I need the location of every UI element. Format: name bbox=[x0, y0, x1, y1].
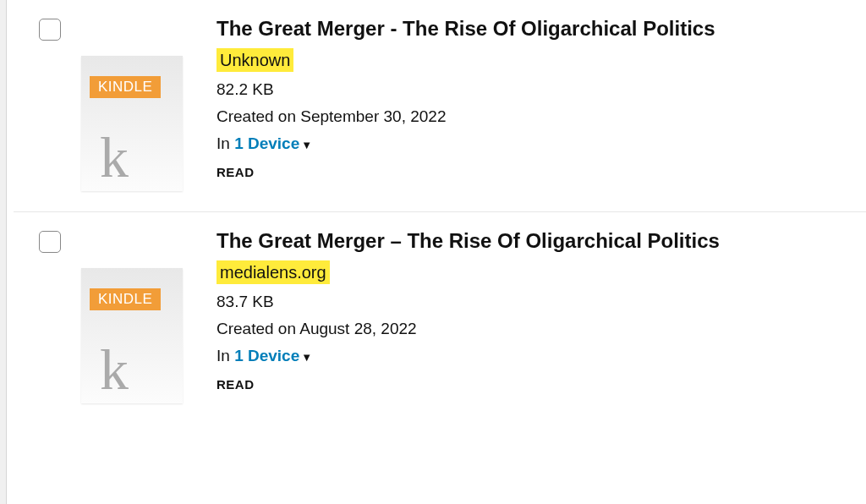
created-date: Created on September 30, 2022 bbox=[216, 107, 849, 126]
thumb-letter: k bbox=[100, 341, 129, 398]
kindle-badge: KINDLE bbox=[90, 288, 161, 310]
list-item: KINDLE k The Great Merger – The Rise Of … bbox=[14, 212, 866, 424]
devices-count: 1 Device bbox=[234, 134, 299, 152]
thumbnail-column: KINDLE k bbox=[81, 227, 208, 403]
file-size: 82.2 KB bbox=[216, 80, 849, 99]
checkbox-column bbox=[39, 15, 81, 41]
sidebar-edge bbox=[0, 0, 7, 504]
select-checkbox[interactable] bbox=[39, 19, 61, 41]
list-item: KINDLE k The Great Merger - The Rise Of … bbox=[14, 0, 866, 212]
devices-count: 1 Device bbox=[234, 347, 299, 364]
details-column: The Great Merger - The Rise Of Oligarchi… bbox=[208, 15, 849, 179]
caret-down-icon: ▼ bbox=[301, 351, 312, 364]
book-author: Unknown bbox=[216, 48, 293, 72]
created-date: Created on August 28, 2022 bbox=[216, 320, 849, 338]
book-author: medialens.org bbox=[216, 260, 330, 284]
checkbox-column bbox=[39, 227, 81, 253]
content-list: KINDLE k The Great Merger - The Rise Of … bbox=[14, 0, 866, 424]
thumb-letter: k bbox=[100, 129, 129, 186]
book-thumbnail[interactable]: KINDLE k bbox=[81, 56, 183, 191]
details-column: The Great Merger – The Rise Of Oligarchi… bbox=[208, 227, 849, 392]
kindle-badge: KINDLE bbox=[90, 76, 161, 98]
devices-prefix: In bbox=[216, 347, 234, 364]
devices-dropdown[interactable]: 1 Device▼ bbox=[234, 134, 312, 152]
select-checkbox[interactable] bbox=[39, 231, 61, 253]
caret-down-icon: ▼ bbox=[301, 139, 312, 151]
devices-dropdown[interactable]: 1 Device▼ bbox=[234, 347, 312, 364]
book-title[interactable]: The Great Merger – The Rise Of Oligarchi… bbox=[216, 227, 849, 254]
file-size: 83.7 KB bbox=[216, 293, 849, 311]
book-title[interactable]: The Great Merger - The Rise Of Oligarchi… bbox=[216, 15, 849, 41]
devices-row: In 1 Device▼ bbox=[216, 134, 849, 153]
book-thumbnail[interactable]: KINDLE k bbox=[81, 268, 183, 403]
read-button[interactable]: READ bbox=[216, 377, 849, 392]
read-button[interactable]: READ bbox=[216, 165, 849, 179]
devices-prefix: In bbox=[216, 134, 234, 152]
devices-row: In 1 Device▼ bbox=[216, 347, 849, 365]
thumbnail-column: KINDLE k bbox=[81, 15, 208, 191]
